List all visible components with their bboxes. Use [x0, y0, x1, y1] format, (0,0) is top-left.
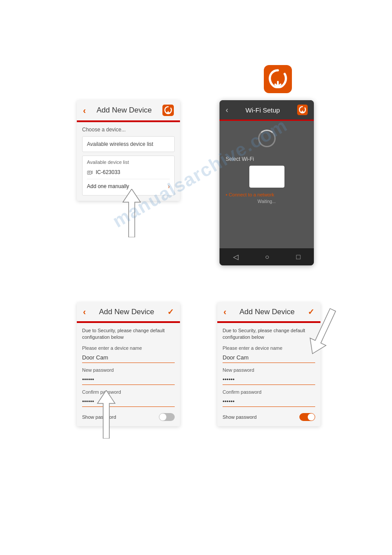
- select-wifi-label: Select Wi-Fi: [226, 156, 254, 162]
- app-logo-svg: [264, 65, 292, 93]
- connect-network-label: • Connect to a network: [226, 192, 274, 197]
- panel1-back-button[interactable]: ‹: [83, 105, 86, 116]
- wifi-logo-icon: [297, 105, 308, 115]
- panel4-toggle-knob: [308, 414, 315, 421]
- wifi-header: ‹ Wi-Fi Setup: [219, 100, 314, 120]
- available-device-box: Available device list IC-623033 Add one …: [82, 156, 175, 196]
- add-device-panel-4: ‹ Add New Device ✓ Due to Security, plea…: [217, 302, 320, 426]
- device-name: IC-623033: [96, 169, 120, 175]
- nav-recent-icon[interactable]: □: [296, 253, 301, 261]
- panel3-body: Due to Security, please change default c…: [77, 323, 180, 426]
- wireless-list-label: Available wireless device list: [87, 141, 153, 147]
- available-label: Available device list: [87, 160, 170, 165]
- app-logo: [264, 65, 292, 93]
- panel4-show-password-row: Show password: [223, 413, 315, 421]
- wifi-spinner: [258, 130, 276, 147]
- panel4-device-name-input[interactable]: [223, 352, 315, 363]
- add-device-panel-3: ‹ Add New Device ✓ Due to Security, plea…: [77, 302, 180, 426]
- wireless-device-list-box[interactable]: Available wireless device list: [82, 136, 175, 152]
- panel3-show-password-row: Show password: [82, 413, 175, 421]
- panel3-header: ‹ Add New Device ✓: [77, 302, 180, 321]
- add-manually-row[interactable]: Add one manually ›: [87, 181, 170, 192]
- panel4-header: ‹ Add New Device ✓: [217, 302, 320, 321]
- device-item-ic623033[interactable]: IC-623033: [87, 167, 170, 177]
- wifi-body: Select Wi-Fi • Connect to a network Wait…: [219, 121, 314, 248]
- svg-point-3: [89, 172, 90, 174]
- panel3-new-password-label: New password: [82, 367, 175, 373]
- panel1-body: Choose a device... Available wireless de…: [77, 122, 180, 201]
- device-separator: [87, 179, 170, 179]
- waiting-label: Waiting...: [258, 199, 276, 204]
- add-manually-label: Add one manually: [87, 183, 129, 189]
- wifi-nav-bar: ◁ ○ □: [219, 248, 314, 265]
- panel4-security-note: Due to Security, please change default c…: [223, 327, 315, 341]
- panel4-body: Due to Security, please change default c…: [217, 323, 320, 426]
- wifi-device-box[interactable]: [249, 166, 284, 188]
- panel4-show-password-label: Show password: [223, 414, 257, 420]
- svg-rect-2: [87, 171, 91, 174]
- device-camera-icon: [87, 169, 93, 175]
- panel1-header: ‹ Add New Device: [77, 100, 180, 120]
- panel4-back-button[interactable]: ‹: [223, 307, 227, 317]
- panel3-new-password-input[interactable]: [82, 374, 175, 385]
- panel1-logo-icon: [162, 105, 174, 116]
- panel3-check-icon[interactable]: ✓: [167, 307, 174, 317]
- panel3-device-name-label: Please enter a device name: [82, 345, 175, 351]
- choose-device-label: Choose a device...: [82, 127, 175, 133]
- wifi-title: Wi-Fi Setup: [228, 106, 297, 114]
- panel3-show-password-toggle[interactable]: [159, 413, 175, 421]
- panel4-show-password-toggle[interactable]: [299, 413, 315, 421]
- panel3-back-button[interactable]: ‹: [83, 307, 86, 317]
- panel4-check-icon[interactable]: ✓: [308, 307, 314, 317]
- nav-back-icon[interactable]: ◁: [233, 253, 238, 261]
- add-device-panel-1: ‹ Add New Device Choose a device... Avai…: [77, 100, 180, 201]
- panel4-title: Add New Device: [227, 308, 308, 316]
- panel4-device-name-label: Please enter a device name: [223, 345, 315, 351]
- nav-home-icon[interactable]: ○: [265, 253, 270, 261]
- panel3-device-name-input[interactable]: [82, 352, 175, 363]
- wifi-setup-panel: ‹ Wi-Fi Setup Select Wi-Fi • Connect to …: [219, 100, 314, 265]
- panel3-toggle-knob: [159, 414, 166, 421]
- panel4-confirm-password-label: Confirm password: [223, 389, 315, 395]
- panel4-new-password-input[interactable]: [223, 374, 315, 385]
- panel3-show-password-label: Show password: [82, 414, 116, 420]
- panel1-title: Add New Device: [86, 106, 162, 115]
- panel3-title: Add New Device: [86, 308, 167, 316]
- panel3-confirm-password-label: Confirm password: [82, 389, 175, 395]
- panel4-confirm-password-input[interactable]: [223, 396, 315, 407]
- panel3-security-note: Due to Security, please change default c…: [82, 327, 175, 341]
- panel4-new-password-label: New password: [223, 367, 315, 373]
- panel3-confirm-password-input[interactable]: [82, 396, 175, 407]
- add-manually-arrow-icon: ›: [168, 183, 170, 190]
